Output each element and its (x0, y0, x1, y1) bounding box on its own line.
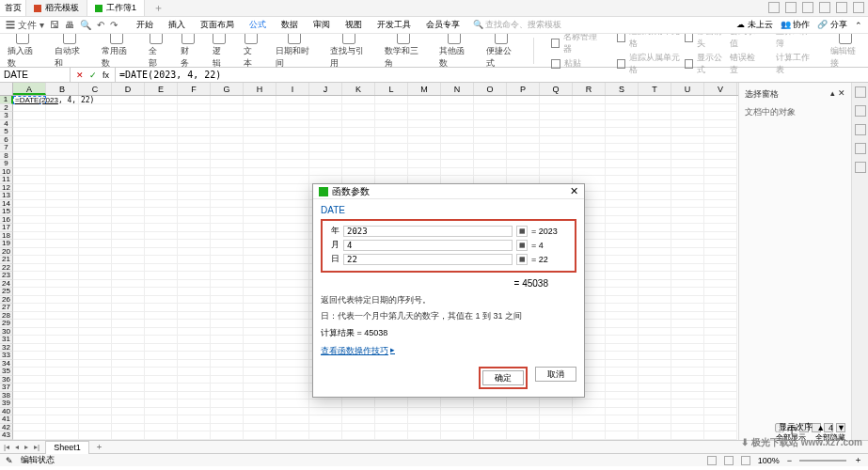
select-all-corner[interactable] (0, 83, 13, 95)
cell[interactable] (112, 360, 145, 368)
cell[interactable] (112, 312, 145, 321)
undo-icon[interactable]: ↶ (97, 20, 104, 30)
cell[interactable] (112, 144, 145, 152)
cell[interactable] (573, 104, 606, 113)
cell[interactable] (639, 376, 671, 384)
cell[interactable] (46, 360, 79, 368)
cell[interactable] (79, 400, 112, 408)
cell[interactable] (276, 232, 309, 241)
cell[interactable] (507, 424, 540, 432)
cell[interactable] (342, 431, 375, 440)
cell[interactable] (276, 415, 309, 424)
cell[interactable] (276, 280, 309, 289)
cell[interactable] (408, 96, 441, 104)
cell[interactable] (46, 120, 79, 129)
cell[interactable] (639, 200, 671, 209)
cell[interactable] (375, 440, 408, 441)
cell[interactable] (244, 160, 276, 168)
cell[interactable] (507, 104, 540, 113)
cell[interactable] (244, 360, 276, 368)
cell[interactable] (244, 152, 276, 161)
cell[interactable] (704, 344, 737, 352)
cell[interactable] (375, 415, 408, 424)
cell[interactable] (276, 224, 309, 232)
cell[interactable] (145, 431, 178, 440)
cell[interactable] (639, 415, 671, 424)
cell[interactable] (178, 304, 211, 312)
cell[interactable] (112, 136, 145, 145)
cell[interactable] (211, 168, 244, 177)
cell[interactable] (375, 424, 408, 432)
cell[interactable] (211, 336, 244, 344)
cell[interactable] (540, 440, 573, 441)
cell[interactable] (145, 328, 178, 337)
cell[interactable] (79, 184, 112, 193)
cell[interactable] (79, 104, 112, 113)
cell[interactable] (13, 424, 46, 432)
cell[interactable] (178, 376, 211, 384)
cell[interactable] (671, 344, 704, 352)
cell[interactable] (276, 296, 309, 305)
cell[interactable] (112, 208, 145, 216)
cell[interactable] (211, 216, 244, 225)
cell[interactable] (441, 168, 474, 177)
cell[interactable] (639, 248, 671, 257)
cell[interactable] (13, 408, 46, 416)
cell[interactable] (441, 424, 474, 432)
cell[interactable] (704, 288, 737, 296)
cell[interactable] (145, 304, 178, 312)
cell[interactable] (671, 176, 704, 184)
cell[interactable] (145, 104, 178, 113)
cell[interactable] (639, 128, 671, 136)
cell[interactable] (244, 415, 276, 424)
cell[interactable] (671, 384, 704, 392)
cell[interactable] (178, 176, 211, 184)
cell[interactable] (474, 144, 507, 152)
cell[interactable] (145, 168, 178, 177)
cell[interactable] (244, 96, 276, 104)
print-icon[interactable]: 🖶 (65, 20, 74, 30)
cell[interactable] (276, 328, 309, 337)
cell[interactable] (671, 144, 704, 152)
cell[interactable] (244, 224, 276, 232)
cell[interactable] (639, 208, 671, 216)
cell[interactable] (573, 424, 606, 432)
cell[interactable] (112, 96, 145, 104)
cell[interactable] (671, 160, 704, 168)
cell[interactable] (408, 160, 441, 168)
cell[interactable] (244, 392, 276, 400)
cell[interactable] (46, 200, 79, 209)
cell[interactable] (79, 320, 112, 328)
cell[interactable] (79, 328, 112, 337)
name-box[interactable]: DATE (0, 68, 71, 82)
cell[interactable] (79, 304, 112, 312)
cell[interactable] (573, 160, 606, 168)
cell[interactable] (178, 368, 211, 376)
cell[interactable] (145, 384, 178, 392)
cell[interactable] (46, 368, 79, 376)
view-pagebreak-icon[interactable] (724, 456, 734, 465)
cell[interactable] (13, 144, 46, 152)
cell[interactable] (145, 96, 178, 104)
cell[interactable] (671, 208, 704, 216)
col-header-P[interactable]: P (507, 83, 540, 95)
cell[interactable] (704, 264, 737, 273)
cell[interactable] (244, 232, 276, 241)
cell[interactable] (145, 344, 178, 352)
cell[interactable] (474, 440, 507, 441)
cell[interactable] (211, 320, 244, 328)
cell[interactable] (13, 256, 46, 264)
cell[interactable] (211, 280, 244, 289)
cell[interactable] (79, 208, 112, 216)
cell[interactable] (309, 96, 342, 104)
cell[interactable] (79, 248, 112, 257)
cell[interactable] (13, 176, 46, 184)
cell[interactable] (342, 415, 375, 424)
cell[interactable] (79, 360, 112, 368)
cell[interactable] (276, 184, 309, 193)
day-input[interactable] (343, 254, 513, 265)
cell[interactable] (671, 360, 704, 368)
cell[interactable] (211, 384, 244, 392)
cell[interactable] (704, 272, 737, 280)
cell[interactable] (276, 248, 309, 257)
